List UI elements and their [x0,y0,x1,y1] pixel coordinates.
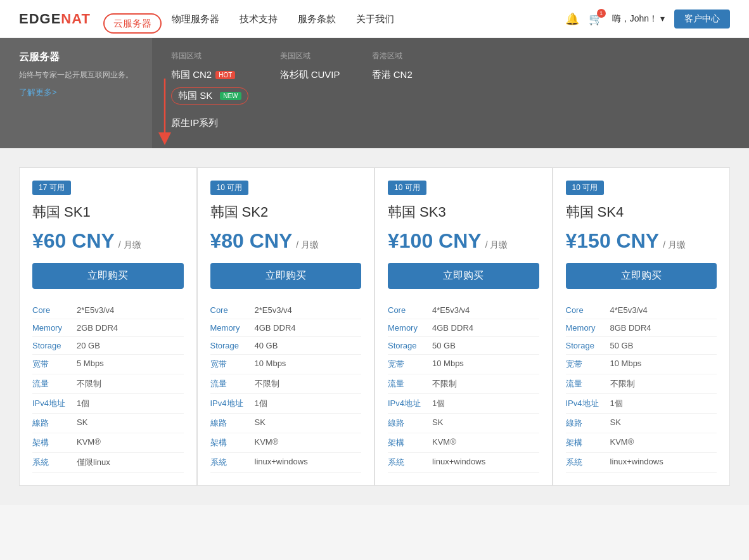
spec-value-0-2: 20 GB [77,341,100,350]
spec-row-0-0: Core 2*E5v3/v4 [32,302,184,319]
spec-row-0-4: 流量 不限制 [32,374,184,394]
price-unit-0: / 月缴 [118,239,141,251]
spec-value-0-6: SK [77,417,87,429]
spec-label-2-2: Storage [388,341,432,350]
spec-label-2-0: Core [388,305,432,315]
spec-label-0-7: 架構 [32,437,77,449]
spec-label-3-2: Storage [566,341,610,350]
specs-table-2: Core 4*E5v3/v4 Memory 4GB DDR4 Storage 5… [388,302,539,473]
price-main-3: ¥150 CNY [566,229,660,253]
product-name-2: 韩国 SK3 [388,203,539,222]
spec-value-0-8: 僅限linux [77,457,110,468]
spec-value-2-1: 4GB DDR4 [432,323,473,333]
spec-label-1-7: 架構 [210,437,255,449]
product-name-0: 韩国 SK1 [32,203,184,222]
spec-label-2-8: 系統 [388,457,432,468]
dropdown-col-hk: 香港区域 香港 CN2 [372,51,413,136]
spec-value-2-4: 不限制 [432,378,457,390]
price-row-2: ¥100 CNY / 月缴 [388,229,539,253]
spec-value-0-4: 不限制 [77,378,101,390]
spec-value-2-8: linux+windows [432,457,485,468]
spec-label-3-7: 架構 [566,437,610,449]
user-greeting[interactable]: 嗨，John！ ▾ [612,13,665,25]
badge-new: NEW [220,92,241,100]
spec-value-0-1: 2GB DDR4 [77,323,118,333]
dropdown-item-la-cuvip[interactable]: 洛杉矶 CUVIP [280,69,340,81]
spec-value-0-5: 1個 [77,398,89,409]
dropdown-left-panel: 云服务器 始终与专家一起开展互联网业务。 了解更多> [0,38,152,148]
spec-row-2-6: 線路 SK [388,414,539,433]
buy-button-1[interactable]: 立即购买 [210,263,362,289]
main-nav: 云服务器 物理服务器 技术支持 服务条款 关于我们 [103,0,404,38]
spec-row-3-1: Memory 8GB DDR4 [566,319,717,337]
dropdown-panel-link[interactable]: 了解更多> [19,87,133,98]
specs-table-1: Core 2*E5v3/v4 Memory 4GB DDR4 Storage 4… [210,302,362,473]
spec-label-2-7: 架構 [388,437,432,449]
nav-item-terms[interactable]: 服务条款 [288,0,346,38]
price-row-1: ¥80 CNY / 月缴 [210,229,362,253]
spec-row-2-4: 流量 不限制 [388,374,539,394]
buy-button-2[interactable]: 立即购买 [388,263,539,289]
spec-row-1-3: 宽带 10 Mbps [210,355,362,374]
spec-row-0-1: Memory 2GB DDR4 [32,319,184,337]
buy-button-0[interactable]: 立即购买 [32,263,184,289]
price-main-2: ¥100 CNY [388,229,482,253]
spec-label-3-8: 系統 [566,457,610,468]
dropdown-item-hk-cn2[interactable]: 香港 CN2 [372,69,413,81]
spec-row-1-4: 流量 不限制 [210,374,362,394]
spec-value-1-7: KVM® [255,437,279,449]
spec-row-3-5: IPv4地址 1個 [566,394,717,414]
spec-row-2-2: Storage 50 GB [388,337,539,355]
svg-marker-1 [158,132,171,145]
spec-row-3-6: 線路 SK [566,414,717,433]
nav-item-about[interactable]: 关于我们 [346,0,404,38]
spec-label-3-4: 流量 [566,378,610,390]
spec-value-1-6: SK [255,417,266,429]
price-row-0: ¥60 CNY / 月缴 [32,229,184,253]
spec-label-1-5: IPv4地址 [210,398,255,409]
price-main-1: ¥80 CNY [210,229,293,253]
spec-row-2-7: 架構 KVM® [388,433,539,453]
spec-row-3-8: 系統 linux+windows [566,453,717,473]
products-grid: 17 可用 韩国 SK1 ¥60 CNY / 月缴 立即购买 Core 2*E5… [19,167,730,486]
notification-icon[interactable]: 🔔 [565,12,579,26]
header: EDGENAT 云服务器 物理服务器 技术支持 服务条款 关于我们 🔔 🛒 1 … [0,0,749,38]
korea-region-label: 韩国区域 [171,51,248,61]
spec-row-3-3: 宽带 10 Mbps [566,355,717,374]
cart-badge: 1 [597,9,606,18]
spec-label-1-0: Core [210,305,255,315]
spec-label-0-0: Core [32,305,77,315]
spec-value-1-2: 40 GB [255,341,278,350]
spec-row-0-8: 系統 僅限linux [32,453,184,473]
spec-row-0-3: 宽带 5 Mbps [32,355,184,374]
header-right: 🔔 🛒 1 嗨，John！ ▾ 客户中心 [565,10,730,29]
spec-label-3-5: IPv4地址 [566,398,610,409]
cart-icon[interactable]: 🛒 1 [589,12,603,26]
nav-item-support[interactable]: 技术支持 [229,0,288,38]
dropdown-col-us: 美国区域 洛杉矶 CUVIP [280,51,340,136]
spec-value-0-3: 5 Mbps [77,359,104,370]
price-unit-1: / 月缴 [296,239,319,251]
dropdown-panel-title: 云服务器 [19,51,133,64]
dropdown-panel-desc: 始终与专家一起开展互联网业务。 [19,69,133,80]
spec-value-2-3: 10 Mbps [432,359,464,370]
spec-row-3-7: 架構 KVM® [566,433,717,453]
spec-value-3-3: 10 Mbps [610,359,642,370]
price-main-0: ¥60 CNY [32,229,115,253]
logo[interactable]: EDGENAT [19,11,91,27]
product-card-2: 10 可用 韩国 SK2 ¥80 CNY / 月缴 立即购买 Core 2*E5… [197,167,375,486]
spec-label-3-1: Memory [566,323,610,333]
spec-label-2-5: IPv4地址 [388,398,432,409]
main-content: 17 可用 韩国 SK1 ¥60 CNY / 月缴 立即购买 Core 2*E5… [0,148,749,505]
specs-table-0: Core 2*E5v3/v4 Memory 2GB DDR4 Storage 2… [32,302,184,473]
buy-button-3[interactable]: 立即购买 [566,263,717,289]
spec-row-2-1: Memory 4GB DDR4 [388,319,539,337]
nav-item-physical[interactable]: 物理服务器 [162,0,229,38]
us-region-label: 美国区域 [280,51,340,61]
product-name-1: 韩国 SK2 [210,203,362,222]
spec-label-1-2: Storage [210,341,255,350]
client-center-button[interactable]: 客户中心 [674,10,730,29]
nav-item-cloud[interactable]: 云服务器 [103,13,162,34]
spec-value-0-0: 2*E5v3/v4 [77,305,114,315]
availability-badge-1: 10 可用 [210,181,249,195]
